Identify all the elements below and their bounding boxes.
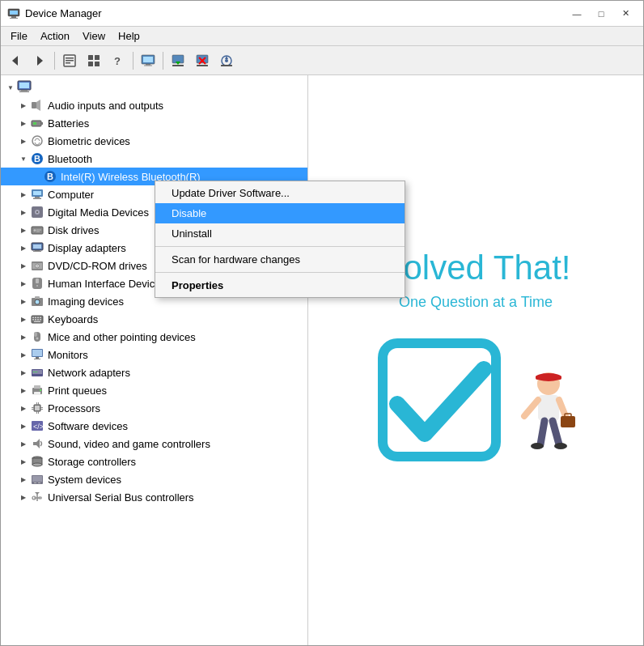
- device-tree[interactable]: ▼ ▶: [1, 75, 308, 645]
- svg-text:B: B: [34, 154, 40, 164]
- svg-rect-9: [66, 62, 70, 64]
- network-expand-icon: ▶: [17, 366, 30, 379]
- disk-drives-label: Disk drives: [48, 224, 100, 236]
- menu-view[interactable]: View: [76, 28, 112, 45]
- menu-help[interactable]: Help: [112, 28, 146, 45]
- svg-point-52: [34, 229, 36, 232]
- svg-rect-17: [146, 64, 150, 66]
- tree-item-processors[interactable]: ▶ Processors: [1, 399, 307, 417]
- bluetooth-intel-expand-icon: [30, 170, 43, 183]
- tree-item-sound[interactable]: ▶ Sound, video and game controllers: [1, 435, 307, 453]
- disk-drives-icon: [30, 223, 44, 237]
- svg-rect-76: [37, 319, 39, 321]
- svg-rect-102: [32, 409, 34, 410]
- remove-button[interactable]: [191, 49, 214, 72]
- ctx-uninstall[interactable]: Uninstall: [155, 223, 405, 244]
- root-computer-icon: [17, 80, 32, 95]
- tree-item-software-devices[interactable]: ▶ </> Software devices: [1, 417, 307, 435]
- install-icon: [171, 53, 185, 68]
- svg-rect-2: [11, 16, 16, 18]
- system-icon: [30, 472, 44, 487]
- svg-point-81: [36, 338, 39, 340]
- svg-rect-7: [66, 57, 74, 59]
- monitors-label: Monitors: [48, 349, 88, 361]
- tree-item-storage[interactable]: ▶ Storage controllers: [1, 453, 307, 470]
- svg-rect-114: [38, 482, 40, 483]
- svg-text:?: ?: [114, 55, 121, 67]
- view-type-icon: [87, 53, 101, 68]
- tree-item-print[interactable]: ▶ Print queues: [1, 381, 307, 399]
- svg-rect-68: [35, 296, 40, 299]
- mice-label: Mice and other pointing devices: [48, 331, 196, 343]
- toolbar-separator-3: [163, 52, 163, 70]
- svg-rect-58: [33, 251, 41, 252]
- view-properties-button[interactable]: [58, 49, 81, 72]
- svg-rect-34: [32, 102, 36, 108]
- hid-label: Human Interface Devices: [48, 278, 166, 290]
- tree-item-biometric[interactable]: ▶ Biometric devices: [1, 132, 307, 150]
- print-icon: [30, 383, 44, 397]
- svg-marker-116: [35, 492, 40, 495]
- right-panel: Solved That! One Question at a Time: [308, 75, 643, 645]
- svg-point-50: [36, 211, 38, 213]
- monitors-expand-icon: ▶: [17, 348, 30, 361]
- bluetooth-icon: B: [30, 151, 44, 166]
- sound-expand-icon: ▶: [17, 437, 30, 450]
- view-type-button[interactable]: [83, 49, 105, 72]
- svg-marker-4: [12, 56, 18, 66]
- ctx-scan-hardware[interactable]: Scan for hardware changes: [155, 249, 405, 270]
- tree-item-bluetooth[interactable]: ▼ B Bluetooth: [1, 150, 307, 168]
- svg-rect-92: [34, 385, 40, 389]
- network-icon: [30, 365, 44, 380]
- minimize-button[interactable]: —: [566, 5, 588, 23]
- hid-icon: [30, 276, 44, 291]
- svg-rect-99: [36, 411, 37, 414]
- svg-rect-80: [34, 332, 37, 337]
- keyboards-icon: [30, 312, 44, 326]
- forward-button[interactable]: [28, 49, 51, 72]
- graphic-container: [375, 335, 577, 473]
- svg-rect-16: [143, 57, 153, 62]
- scan-button[interactable]: [215, 49, 238, 72]
- software-devices-expand-icon: ▶: [17, 419, 30, 432]
- maximize-button[interactable]: □: [590, 5, 612, 23]
- svg-rect-29: [221, 65, 232, 66]
- print-label: Print queues: [48, 385, 107, 397]
- digital-media-expand-icon: ▶: [17, 206, 30, 219]
- back-button[interactable]: [4, 49, 27, 72]
- install-button[interactable]: [167, 49, 189, 72]
- ctx-disable[interactable]: Disable: [155, 203, 405, 223]
- svg-rect-13: [95, 62, 100, 66]
- usb-icon: [30, 490, 44, 504]
- hid-expand-icon: ▶: [17, 277, 30, 290]
- main-content: ▼ ▶: [1, 75, 643, 645]
- menu-action[interactable]: Action: [34, 28, 76, 45]
- display-label: Display adapters: [48, 242, 126, 254]
- help-button[interactable]: ?: [107, 49, 129, 72]
- tree-item-network[interactable]: ▶ Network adapters: [1, 363, 307, 381]
- storage-label: Storage controllers: [48, 456, 136, 468]
- ctx-separator-2: [155, 272, 405, 273]
- svg-point-65: [36, 285, 38, 287]
- solved-that-subtitle: One Question at a Time: [399, 294, 553, 311]
- tree-item-keyboards[interactable]: ▶ Keyboards: [1, 310, 307, 328]
- tree-item-monitors[interactable]: ▶ Monitors: [1, 346, 307, 363]
- audio-label: Audio inputs and outputs: [48, 100, 163, 112]
- svg-rect-45: [33, 191, 41, 195]
- ctx-update-driver[interactable]: Update Driver Software...: [155, 183, 405, 203]
- close-button[interactable]: ✕: [614, 5, 637, 23]
- tree-item-audio[interactable]: ▶ Audio inputs and outputs: [1, 96, 307, 114]
- tree-item-mice[interactable]: ▶ Mice and other pointing devices: [1, 328, 307, 346]
- usb-label: Universal Serial Bus controllers: [48, 491, 194, 504]
- batteries-icon: [30, 116, 44, 130]
- svg-rect-103: [40, 407, 43, 408]
- tree-item-system[interactable]: ▶ System devices: [1, 470, 307, 488]
- computer-label: Computer: [48, 189, 94, 201]
- tree-item-batteries[interactable]: ▶ Batteries: [1, 114, 307, 132]
- ctx-properties[interactable]: Properties: [155, 275, 405, 295]
- monitor-button[interactable]: [137, 49, 159, 72]
- svg-rect-74: [32, 319, 34, 321]
- menu-file[interactable]: File: [4, 28, 34, 45]
- tree-root[interactable]: ▼: [1, 79, 307, 96]
- tree-item-usb[interactable]: ▶ Universal Serial Bus controllers: [1, 488, 307, 506]
